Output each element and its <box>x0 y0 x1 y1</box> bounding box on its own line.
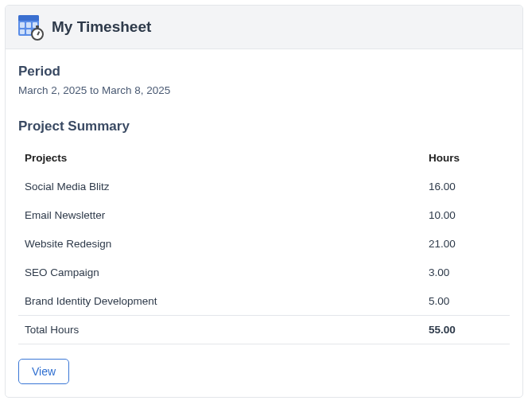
col-projects: Projects <box>18 144 422 173</box>
summary-title: Project Summary <box>18 119 510 134</box>
stopwatch-icon <box>31 28 44 41</box>
hours-cell: 5.00 <box>422 287 510 316</box>
period-label: Period <box>18 64 510 80</box>
view-button[interactable]: View <box>18 359 69 384</box>
hours-cell: 16.00 <box>422 173 510 201</box>
table-row: Brand Identity Development5.00 <box>18 287 510 316</box>
hours-cell: 3.00 <box>422 259 510 287</box>
card-title: My Timesheet <box>52 18 151 36</box>
total-row: Total Hours 55.00 <box>18 316 510 344</box>
table-row: Email Newsletter10.00 <box>18 201 510 230</box>
period-value: March 2, 2025 to March 8, 2025 <box>18 84 510 96</box>
timesheet-icon <box>18 15 42 39</box>
hours-cell: 21.00 <box>422 230 510 259</box>
card-body: Period March 2, 2025 to March 8, 2025 Pr… <box>6 49 522 397</box>
timesheet-card: My Timesheet Period March 2, 2025 to Mar… <box>5 5 523 398</box>
hours-cell: 10.00 <box>422 201 510 230</box>
table-header-row: Projects Hours <box>18 144 510 173</box>
project-summary-table: Projects Hours Social Media Blitz16.00Em… <box>18 144 510 344</box>
table-row: Website Redesign21.00 <box>18 230 510 259</box>
project-cell: SEO Campaign <box>18 259 422 287</box>
card-header: My Timesheet <box>6 6 522 49</box>
project-cell: Website Redesign <box>18 230 422 259</box>
total-value: 55.00 <box>422 316 510 344</box>
table-row: SEO Campaign3.00 <box>18 259 510 287</box>
col-hours: Hours <box>422 144 510 173</box>
project-cell: Social Media Blitz <box>18 173 422 201</box>
project-cell: Brand Identity Development <box>18 287 422 316</box>
total-label: Total Hours <box>18 316 422 344</box>
project-cell: Email Newsletter <box>18 201 422 230</box>
table-row: Social Media Blitz16.00 <box>18 173 510 201</box>
